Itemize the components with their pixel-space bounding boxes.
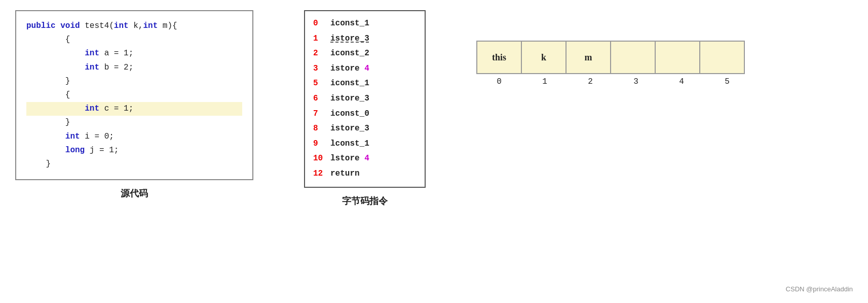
lv-cell-4 bbox=[655, 41, 700, 74]
bc-row: 2 iconst_2 bbox=[313, 46, 417, 61]
bytecode-label: 字节码指令 bbox=[342, 195, 388, 207]
code-line-highlighted: int c = 1; bbox=[26, 102, 242, 116]
keyword-public: public bbox=[26, 19, 60, 33]
decl-i: i = 0; bbox=[85, 130, 114, 144]
bc-row: 3 istore 4 bbox=[313, 61, 417, 77]
brace-close2: } bbox=[26, 116, 70, 129]
indent1 bbox=[26, 47, 85, 60]
keyword-int2: int bbox=[143, 19, 162, 33]
bc-row: 0 iconst_1 bbox=[313, 16, 417, 31]
keyword-int6: int bbox=[65, 130, 85, 144]
bc-num: 2 bbox=[313, 46, 324, 61]
bc-instr: iconst_1 bbox=[330, 16, 369, 31]
bc-instr: lstore 4 bbox=[330, 151, 369, 166]
lv-cells-row: this k m bbox=[476, 41, 750, 74]
brace-open2: { bbox=[26, 88, 70, 102]
bc-instr: istore_3 bbox=[330, 91, 369, 107]
bytecode-panel: 0 iconst_1 1 istore_3 2 iconst_2 3 istor… bbox=[304, 10, 426, 188]
lv-cell-label: k bbox=[541, 52, 546, 63]
bc-num: 3 bbox=[313, 61, 324, 77]
method-name: test4( bbox=[85, 19, 114, 33]
param-k: k, bbox=[133, 19, 143, 33]
code-panel: public void test4( int k, int m){ { int … bbox=[15, 10, 253, 180]
lv-cell-5 bbox=[699, 41, 745, 74]
bc-instr: lconst_1 bbox=[330, 137, 369, 152]
lv-cell-k: k bbox=[521, 41, 567, 74]
bc-num: 6 bbox=[313, 91, 324, 107]
brace-close1: } bbox=[26, 75, 70, 88]
keyword-int4: int bbox=[85, 61, 104, 75]
brace-close-method: } bbox=[26, 157, 51, 171]
source-code-section: public void test4( int k, int m){ { int … bbox=[15, 10, 253, 199]
code-line: long j = 1; bbox=[26, 144, 242, 157]
lv-index-0: 0 bbox=[476, 77, 522, 86]
bc-row: 10 lstore 4 bbox=[313, 151, 417, 166]
code-line: int b = 2; bbox=[26, 61, 242, 75]
bc-instr: iconst_0 bbox=[330, 107, 369, 122]
bc-num: 1 bbox=[313, 31, 324, 47]
watermark: CSDN @princeAladdin bbox=[786, 285, 853, 293]
code-line: } bbox=[26, 116, 242, 129]
bc-num: 12 bbox=[313, 166, 324, 182]
bc-instr: istore 4 bbox=[330, 61, 369, 77]
code-line: { bbox=[26, 88, 242, 102]
local-vars-table: this k m 0 1 2 3 4 5 bbox=[476, 41, 750, 86]
bc-row: 7 iconst_0 bbox=[313, 107, 417, 122]
bc-instr: istore_3 bbox=[330, 121, 369, 137]
bc-num: 7 bbox=[313, 107, 324, 122]
bc-row: 1 istore_3 bbox=[313, 31, 417, 47]
bc-num: 9 bbox=[313, 137, 324, 152]
source-code-label: 源代码 bbox=[121, 187, 148, 199]
bc-num: 0 bbox=[313, 16, 324, 31]
lv-index-5: 5 bbox=[704, 77, 750, 86]
bc-row: 8 istore_3 bbox=[313, 121, 417, 137]
keyword-int5: int bbox=[85, 102, 104, 116]
bc-num: 10 bbox=[313, 151, 324, 166]
bc-instr: return bbox=[330, 166, 360, 182]
code-line: public void test4( int k, int m){ bbox=[26, 19, 242, 33]
indent5 bbox=[26, 144, 65, 157]
bc-row: 6 istore_3 bbox=[313, 91, 417, 107]
param-m: m){ bbox=[163, 19, 177, 33]
indent2 bbox=[26, 61, 85, 75]
code-line: } bbox=[26, 157, 242, 171]
lv-cell-m: m bbox=[565, 41, 611, 74]
bc-instr: istore_3 bbox=[330, 31, 369, 47]
bytecode-section: 0 iconst_1 1 istore_3 2 iconst_2 3 istor… bbox=[304, 10, 426, 207]
lv-index-1: 1 bbox=[522, 77, 568, 86]
keyword-void: void bbox=[60, 19, 85, 33]
bc-row: 9 lconst_1 bbox=[313, 137, 417, 152]
decl-j: j = 1; bbox=[90, 144, 119, 157]
bc-instr: iconst_1 bbox=[330, 76, 369, 91]
code-line: } bbox=[26, 75, 242, 88]
lv-cell-this: this bbox=[476, 41, 522, 74]
code-line: int a = 1; bbox=[26, 47, 242, 60]
lv-cell-label: this bbox=[492, 52, 506, 63]
keyword-int1: int bbox=[114, 19, 133, 33]
code-line: int i = 0; bbox=[26, 130, 242, 144]
bc-num: 8 bbox=[313, 121, 324, 137]
keyword-int3: int bbox=[85, 47, 104, 60]
keyword-long: long bbox=[65, 144, 90, 157]
lv-cell-3 bbox=[610, 41, 656, 74]
decl-c: c = 1; bbox=[104, 102, 134, 116]
decl-b: b = 2; bbox=[104, 61, 134, 75]
indent3 bbox=[26, 102, 85, 116]
bc-row: 5 iconst_1 bbox=[313, 76, 417, 91]
code-line: { bbox=[26, 33, 242, 47]
decl-a: a = 1; bbox=[104, 47, 134, 60]
bc-num: 5 bbox=[313, 76, 324, 91]
lv-cell-label: m bbox=[585, 52, 592, 63]
indent4 bbox=[26, 130, 65, 144]
bc-instr: iconst_2 bbox=[330, 46, 369, 61]
lv-index-3: 3 bbox=[613, 77, 659, 86]
local-vars-section: this k m 0 1 2 3 4 5 bbox=[476, 41, 750, 86]
lv-index-4: 4 bbox=[659, 77, 704, 86]
lv-index-2: 2 bbox=[568, 77, 613, 86]
bc-row: 12 return bbox=[313, 166, 417, 182]
lv-indices-row: 0 1 2 3 4 5 bbox=[476, 77, 750, 86]
brace-open1: { bbox=[26, 33, 70, 47]
